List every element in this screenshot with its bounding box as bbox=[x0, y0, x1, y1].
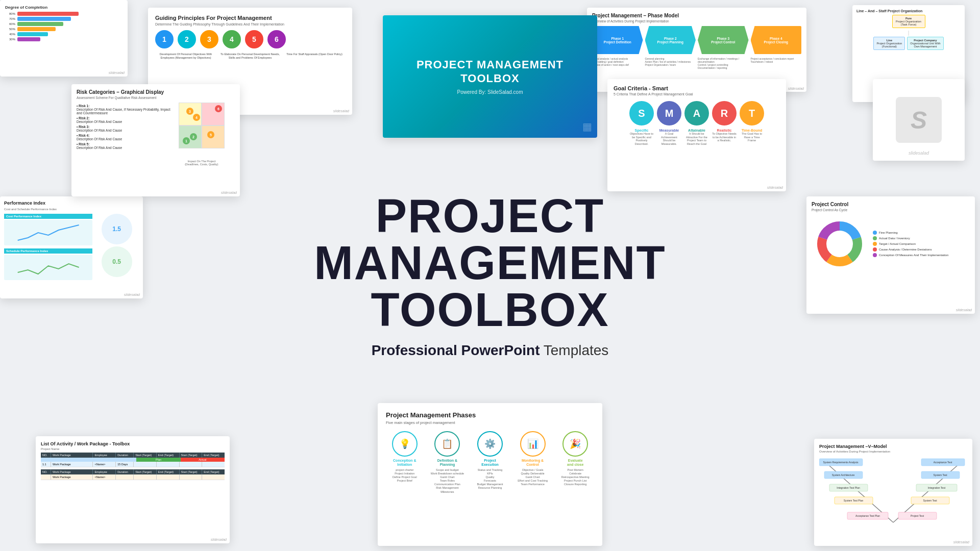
table-subheader-1: Plan Actual bbox=[41, 458, 225, 462]
phase-desc-5: Post MortemCelebrateRetrospective Meetin… bbox=[556, 468, 594, 487]
risk-3: • Risk 3:Description Of Risk And Cause bbox=[77, 125, 175, 132]
phase-name-4: Monitoring &Control bbox=[514, 459, 552, 467]
phase-desc-4: Objective / GoalsQuality DeliverableGant… bbox=[514, 468, 552, 487]
phase-bar-1: Phase 1Project Definition bbox=[592, 26, 643, 54]
activity-title: List Of Activity / Work Package - Toolbo… bbox=[41, 441, 225, 446]
phase-desc-2: Scope and budgetWork Breakdown scheduleG… bbox=[429, 468, 467, 494]
vmodel-subtitle: Overview of Activities During Project Im… bbox=[819, 450, 967, 453]
phase-model-subtitle: Overview of Activities During Project Im… bbox=[592, 19, 801, 23]
table-row-2: Work Package <Name> bbox=[41, 474, 225, 480]
perf-title: Performance Index bbox=[4, 201, 139, 206]
svg-text:Integration Test: Integration Test bbox=[928, 486, 946, 489]
watermark-phase: slidesalad bbox=[788, 87, 804, 90]
risk-subtitle: Assessment Scheme For Qualitative Risk A… bbox=[77, 96, 235, 99]
phase-name-5: Evaluateand close bbox=[556, 459, 594, 467]
svg-text:System Test: System Test bbox=[933, 473, 947, 477]
risk-1: • Risk 1:Description Of Risk And Cause, … bbox=[77, 104, 175, 115]
smart-circles: S M A R T bbox=[614, 101, 780, 126]
th2-emp: Employee bbox=[93, 469, 116, 474]
org-box-line: LineProject Organization(Functional) bbox=[873, 37, 905, 50]
th2-wp: Work Package bbox=[51, 469, 93, 474]
risk-matrix-grid: 6 4 3 5 1 2 bbox=[179, 103, 225, 148]
phase-icons-row: 💡 Conception &Initiation project charter… bbox=[386, 431, 594, 494]
phase-activities: Actual analysis / actual analysisGoal se… bbox=[592, 57, 801, 69]
tr1-dur: 15 Days bbox=[116, 462, 134, 467]
svg-text:System Architecture: System Architecture bbox=[832, 473, 855, 477]
th-start2: Start (Target) bbox=[180, 453, 203, 458]
logo-s-letter: S bbox=[896, 97, 942, 143]
vmodel-title: Project Management –V–Model bbox=[819, 444, 967, 449]
hero-subtitle: Powered By: SlideSalad.com bbox=[457, 89, 523, 95]
svg-text:Acceptance Test Plan: Acceptance Test Plan bbox=[855, 514, 880, 517]
bar-row: 40% bbox=[5, 32, 122, 36]
bar-label: 40% bbox=[5, 33, 15, 36]
smart-desc-t: The Goal Has to Have a Time Frame bbox=[740, 132, 764, 142]
org-row-2: LineProject Organization(Functional) Pro… bbox=[856, 37, 961, 50]
smart-desc-s: Objectives Have to be Specific and Posit… bbox=[629, 132, 654, 145]
perf-cpi-svg bbox=[4, 220, 92, 245]
main-title-line1: PROJECT MANAGEMENT bbox=[245, 192, 735, 286]
main-subtitle: Professional PowerPoint Templates bbox=[245, 342, 735, 359]
svg-text:System Test Plan: System Test Plan bbox=[844, 499, 864, 502]
donut-labels: Fine Planning Actual Data / Inventory Ta… bbox=[873, 229, 948, 259]
gauge-1: 1.5 bbox=[102, 214, 132, 244]
guiding-label-1: Development Of Personal Objectives With … bbox=[155, 53, 216, 60]
th2-start1: Start (Target) bbox=[134, 469, 157, 474]
main-title-line2: TOOLBOX bbox=[245, 286, 735, 333]
smart-title: Goal Criteria - Smart bbox=[614, 85, 780, 91]
donut-label-4: Cause Analysis / Determine Deviations bbox=[873, 247, 948, 252]
org-title: Line – And – Staff Project Organization bbox=[856, 9, 961, 13]
phase-item-3: ⚙️ ProjectExecution Status and TrackingK… bbox=[471, 431, 509, 494]
vmodel-slide: Project Management –V–Model Overview of … bbox=[814, 439, 972, 546]
phase-bar-3: Phase 3Project Control bbox=[698, 26, 749, 54]
phase-circle-3: ⚙️ bbox=[477, 431, 503, 457]
phase-circle-4: 📊 bbox=[520, 431, 546, 457]
perf-left: Cost Performance Index Schedule Performa… bbox=[4, 214, 92, 280]
ts1-no bbox=[41, 458, 51, 462]
phases-subtitle: Five main stages of project management bbox=[386, 420, 594, 425]
icon-5: 5 bbox=[245, 30, 263, 48]
watermark-guiding: slidesalad bbox=[333, 109, 349, 113]
smart-label-t: Time-Bound The Goal Has to Have a Time F… bbox=[740, 129, 764, 145]
watermark-smart: slidesalad bbox=[767, 186, 783, 189]
donut-dot-5 bbox=[873, 253, 877, 257]
risk-title: Risk Categories – Graphical Display bbox=[77, 89, 235, 95]
bar-chart-slide: Degree of Completion 80% 70% 60% 50% 40%… bbox=[0, 0, 128, 77]
th-end1: End (Target) bbox=[157, 453, 180, 458]
bar-chart-content: 80% 70% 60% 50% 40% 30% bbox=[5, 12, 122, 41]
risk-dot-1: 1 bbox=[183, 137, 190, 144]
watermark-bar: slidesalad bbox=[109, 71, 125, 74]
th-emp: Employee bbox=[93, 453, 116, 458]
tr1-s1 bbox=[134, 462, 157, 467]
perf-content: Cost Performance Index Schedule Performa… bbox=[4, 214, 139, 280]
tr1-s2 bbox=[180, 462, 203, 467]
watermark-perf: slidesalad bbox=[124, 293, 140, 296]
icon-2: 2 bbox=[178, 30, 196, 48]
tr2-wp: Work Package bbox=[51, 474, 93, 480]
perf-subtitle: Cost and Schedule Performance Index bbox=[4, 208, 139, 211]
smart-label-s: Specific Objectives Have to be Specific … bbox=[629, 129, 654, 145]
perf-spi-label: Schedule Performance Index bbox=[4, 248, 92, 254]
phase-name-1: Conception &Initiation bbox=[386, 459, 424, 467]
risk-2: • Risk 2:Description Of Risk And Cause bbox=[77, 116, 175, 123]
risk-dot-5: 5 bbox=[207, 131, 214, 138]
bar-row: 50% bbox=[5, 27, 122, 31]
control-subtitle: Project Control As Cycle bbox=[812, 208, 970, 212]
th2-end2: End (Target) bbox=[202, 469, 225, 474]
risk-content: • Risk 1:Description Of Risk And Cause, … bbox=[77, 103, 235, 159]
watermark-vmodel: slidesalad bbox=[953, 540, 969, 544]
perf-cpi-chart bbox=[4, 220, 92, 245]
smart-a: A bbox=[684, 101, 709, 126]
activity-table: NO. Work Package Employee Duration Start… bbox=[41, 453, 225, 480]
project-control-slide: Project Control Project Control As Cycle… bbox=[806, 196, 975, 314]
phase-bar-2: Phase 2Project Planning bbox=[645, 26, 696, 54]
th2-no: NO. bbox=[41, 469, 51, 474]
vmodel-svg: System Requirements Analysis System Arch… bbox=[819, 456, 967, 528]
phases-slide: Project Management Phases Five main stag… bbox=[378, 403, 602, 546]
table-header-1: NO. Work Package Employee Duration Start… bbox=[41, 453, 225, 458]
smart-label-t-text: Time-Bound bbox=[740, 129, 764, 132]
watermark-control: slidesalad bbox=[956, 308, 972, 312]
gauge-2-value: 0.5 bbox=[112, 258, 121, 265]
main-title-area: PROJECT MANAGEMENT TOOLBOX Professional … bbox=[245, 192, 735, 359]
smart-desc-a: It Should be Attractive For the Project … bbox=[684, 132, 709, 145]
